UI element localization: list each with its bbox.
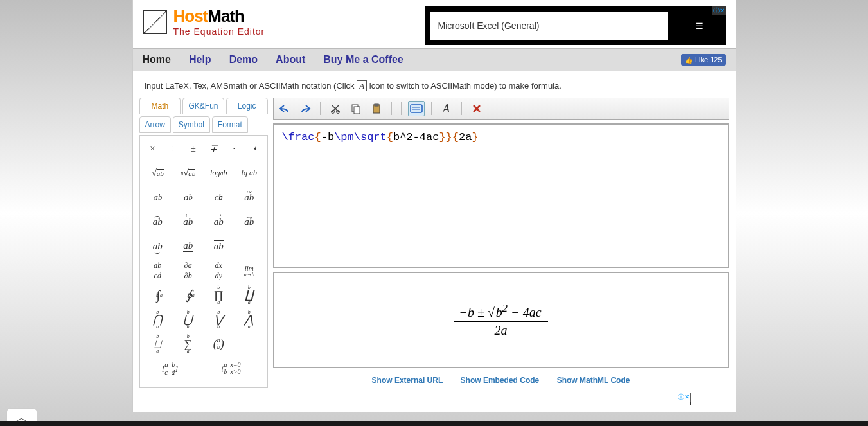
sym-hat[interactable]: ab⌢ (144, 213, 171, 231)
sym-lg[interactable]: lg ab (236, 164, 263, 182)
sym-times[interactable]: × (143, 139, 163, 157)
sym-oint[interactable]: ∮ab (175, 286, 202, 304)
sym-cdot[interactable]: · (224, 139, 244, 157)
logo-brand2: Math (208, 6, 244, 26)
footer-bar (0, 421, 868, 426)
link-external-url[interactable]: Show External URL (372, 376, 443, 385)
sym-nsqrt[interactable]: n√ab (175, 164, 202, 182)
nav-demo[interactable]: Demo (229, 54, 258, 66)
ad-close[interactable]: ⓘ✕ (712, 6, 726, 15)
logo-tagline: The Equation Editor (173, 26, 265, 37)
nav-about[interactable]: About (276, 54, 305, 66)
sym-log[interactable]: logab (205, 164, 232, 182)
svg-rect-6 (411, 105, 422, 112)
sym-bigvee[interactable]: b⋁a (205, 310, 232, 328)
undo-button[interactable] (276, 101, 293, 116)
sym-blank1 (236, 237, 263, 255)
bottom-ad[interactable]: ⓘ✕ (312, 393, 691, 405)
logo-brand1: Host (173, 6, 208, 26)
sym-supsub[interactable]: cba (205, 188, 232, 206)
sym-bigcup[interactable]: b⋃a (175, 310, 202, 328)
tab-arrow[interactable]: Arrow (139, 116, 171, 133)
sym-blank2 (236, 335, 263, 353)
sym-cases[interactable]: {a x=0b x>0 (212, 359, 251, 377)
sym-div[interactable]: ÷ (163, 139, 183, 157)
nav-bar: Home Help Demo About Buy Me a Coffee Lik… (133, 48, 736, 71)
sym-frac[interactable]: abcd (144, 262, 171, 280)
ad-text: Microsoft Excel (General) (430, 12, 668, 40)
sym-bigcap[interactable]: b⋂a (144, 310, 171, 328)
sym-tilde[interactable]: ab~ (236, 188, 263, 206)
tab-logic[interactable]: Logic (226, 98, 268, 114)
sym-lim[interactable]: lima→b (236, 262, 263, 280)
tab-format[interactable]: Format (212, 116, 248, 133)
preview-numerator: −b ± √b2 − 4ac (454, 302, 547, 322)
sym-underbrace[interactable]: ab⌣ (144, 237, 171, 255)
tab-gkfun[interactable]: GK&Fun (182, 98, 224, 114)
keyboard-mode-button[interactable] (408, 101, 425, 116)
nav-home[interactable]: Home (143, 54, 171, 66)
sym-diff[interactable]: dxdy (205, 262, 232, 280)
link-embed-code[interactable]: Show Embeded Code (461, 376, 540, 385)
sym-pm[interactable]: ± (183, 139, 204, 157)
cut-button[interactable] (327, 101, 344, 116)
sym-binom[interactable]: (ab) (205, 335, 232, 353)
sym-coprod[interactable]: b∐a (236, 286, 263, 304)
sym-bigsqcup[interactable]: b⨆a (144, 335, 171, 353)
sym-matrix[interactable]: [a bc d] (157, 359, 184, 377)
sym-star[interactable]: ⋆ (244, 139, 265, 157)
fb-like-button[interactable]: Like 125 (681, 54, 726, 66)
sym-mp[interactable]: ∓ (204, 139, 224, 157)
sym-sub[interactable]: ab (175, 188, 202, 206)
ad-banner[interactable]: Microsoft Excel (General) ☰ ⓘ✕ (425, 6, 726, 45)
editor-toolbar: A (273, 98, 729, 120)
sym-frown[interactable]: ab⌢ (236, 213, 263, 231)
sym-sum[interactable]: b∑a (175, 335, 202, 353)
sym-rarrow[interactable]: ab→ (205, 213, 232, 231)
latex-editor[interactable]: \frac{-b\pm\sqrt{b^2-4ac}}{2a} (273, 123, 729, 268)
tab-symbol[interactable]: Symbol (173, 116, 210, 133)
logo: HostMath The Equation Editor (143, 6, 265, 37)
sym-underline[interactable]: ab (175, 237, 202, 255)
sym-sup[interactable]: ab (144, 188, 171, 206)
svg-rect-3 (354, 107, 360, 114)
paste-button[interactable] (368, 101, 385, 116)
svg-rect-5 (375, 104, 378, 106)
redo-button[interactable] (297, 101, 314, 116)
symbol-palette: × ÷ ± ∓ · ⋆ √ab n√ab logab lg ab ab ab c… (139, 135, 268, 388)
sym-bigwedge[interactable]: b⋀a (236, 310, 263, 328)
ascii-mode-icon: A (357, 80, 367, 91)
formula-preview: −b ± √b2 − 4ac 2a (273, 272, 729, 368)
logo-icon (143, 10, 167, 34)
sym-larrow[interactable]: ab← (175, 213, 202, 231)
copy-button[interactable] (348, 101, 364, 116)
sym-int[interactable]: ∫ab (144, 286, 171, 304)
sym-overline[interactable]: ab (205, 237, 232, 255)
preview-denominator: 2a (454, 322, 547, 338)
ascii-mode-button[interactable]: A (438, 101, 455, 116)
sym-prod[interactable]: b∏a (205, 286, 232, 304)
instruction-text: Input LaTeX, Tex, AMSmath or ASCIIMath n… (133, 71, 736, 98)
nav-help[interactable]: Help (189, 54, 211, 66)
tab-math[interactable]: Math (139, 98, 181, 114)
link-mathml-code[interactable]: Show MathML Code (557, 376, 630, 385)
clear-button[interactable] (468, 101, 485, 116)
sym-partial[interactable]: ∂a∂b (175, 262, 202, 280)
sym-sqrt[interactable]: √ab (144, 164, 171, 182)
output-links: Show External URL Show Embeded Code Show… (273, 372, 729, 389)
nav-coffee[interactable]: Buy Me a Coffee (323, 54, 403, 66)
bottom-ad-close[interactable]: ⓘ✕ (677, 393, 691, 402)
